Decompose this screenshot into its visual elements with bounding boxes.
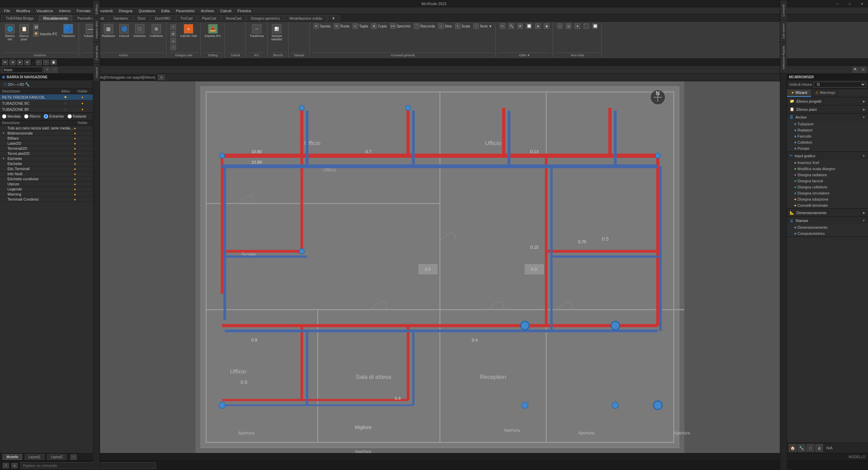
tab-disegno-generico[interactable]: Disegno generico — [246, 15, 284, 21]
browser-item-pompe[interactable]: Pompe — [787, 145, 868, 151]
ribbon-btn-edit1[interactable]: ✏ — [498, 23, 507, 29]
browser-item-fancoils[interactable]: Fancoils — [787, 133, 868, 139]
maximize-button[interactable]: □ — [844, 0, 856, 7]
close-button[interactable]: ✕ — [856, 0, 868, 7]
search-close-btn[interactable]: ✕ — [44, 67, 50, 73]
tab-pipecad[interactable]: PipeCad — [198, 15, 221, 21]
ribbon-btn-raccorda[interactable]: ⌒Raccorda — [413, 23, 436, 29]
browser-item-collettori[interactable]: Collettori — [787, 139, 868, 145]
menu-modifica[interactable]: Modifica — [14, 8, 33, 14]
side-tab-canali-aria[interactable]: Canali aria — [94, 43, 99, 63]
status-tab-layout2[interactable]: Layout2 — [47, 454, 67, 460]
status-tab-layout1[interactable]: Layout1 — [25, 454, 44, 460]
ribbon-btn-edit3[interactable]: ⚙ — [516, 23, 524, 29]
browser-item-radiatori[interactable]: Radiatori — [787, 127, 868, 133]
browser-item-tubazioni[interactable]: Tubazioni — [787, 121, 868, 127]
menu-visualizza[interactable]: Visualizza — [34, 8, 56, 14]
wizard-tab-wizard[interactable]: ★ Wizard — [787, 89, 811, 97]
ribbon-btn-edit6[interactable]: ◆ — [542, 23, 551, 29]
browser-item-connetti-terminale[interactable]: Connetti terminale — [787, 202, 868, 208]
ribbon-btn-vista4[interactable]: ⬛ — [582, 23, 590, 29]
side-tab-edificio[interactable]: Edificio — [94, 2, 99, 17]
ribbon-btn-importa-ifc[interactable]: 📦 Importa IFC — [32, 31, 59, 37]
ribbon-btn-elenco-piani[interactable]: 📋 Elencopiani — [18, 23, 31, 42]
ribbon-btn-ruota[interactable]: ↻Ruota — [333, 23, 351, 29]
ribbon-btn-esporta-ifc[interactable]: 📤 Esporta IFC — [203, 23, 222, 39]
qa-btn-undo[interactable]: ↩ — [36, 60, 42, 65]
tab-sanitario[interactable]: Sanitario — [109, 15, 133, 21]
menu-file[interactable]: File — [1, 8, 13, 14]
search-tool2[interactable]: ⚙ — [860, 67, 866, 73]
ribbon-btn-scala[interactable]: ⤡Scala — [454, 23, 471, 29]
ribbon-btn-vista5[interactable]: ⬜ — [591, 23, 599, 29]
sublayer-termlabel2d[interactable]: TermLabel2D ● — [0, 151, 93, 156]
browser-item-inserisci-xref[interactable]: Inserisci Xref — [787, 160, 868, 166]
ribbon-btn-calcolo-tubi[interactable]: ≡ Calcolo Tubi — [179, 23, 198, 39]
ribbon-btn-sposta[interactable]: ✛Sposta — [312, 23, 332, 29]
menu-formato[interactable]: Formato — [74, 8, 93, 14]
sublayer-label2d[interactable]: Label2D ● — [0, 141, 93, 146]
ribbon-btn-specchio[interactable]: ⟺Specchio — [389, 23, 412, 29]
ribbon-btn-vista1[interactable]: ○ — [556, 23, 564, 29]
qa-btn-redo[interactable]: ↪ — [43, 60, 49, 65]
tab-tmcad[interactable]: TmCad — [176, 15, 197, 21]
browser-item-disegna-circolatore[interactable]: Disegna circolatore — [787, 190, 868, 196]
sublayer-bifilare[interactable]: Bifilare ● — [0, 136, 93, 141]
qa-btn-save[interactable]: 💾 — [51, 60, 57, 65]
search-input[interactable] — [2, 67, 43, 73]
section-header-input-grafico[interactable]: ✏ Input grafico ▼ — [787, 152, 868, 160]
ribbon-btn-stampe-tabellari[interactable]: 📊 Stampetabellari — [270, 23, 284, 42]
section-header-archivi[interactable]: 🗄 Archivi ▼ — [787, 114, 868, 121]
sublayer-etichette[interactable]: Etichette ● — [0, 161, 93, 166]
view-toggle-2d-3d[interactable]: ⬡ 2D<-->3D 🔧 — [2, 81, 31, 87]
ribbon-btn-tubazioni[interactable]: 🔵 Tubazioni — [60, 23, 76, 39]
wizard-tab-warnings[interactable]: ⚠ Warnings — [811, 89, 839, 97]
ribbon-btn-stira[interactable]: ↕Stira — [437, 23, 453, 29]
tab-riscaldamento[interactable]: Riscaldamento — [39, 15, 73, 21]
ribbon-btn-snap3[interactable]: △ — [169, 38, 177, 44]
ribbon-btn-snap4[interactable]: ○ — [169, 44, 177, 50]
qa-btn-1[interactable]: ⏮ — [2, 60, 8, 65]
browser-item-modifica-scala[interactable]: Modifica scala disegno — [787, 166, 868, 172]
side-tab-ostacoli[interactable]: Ostacoli — [94, 65, 99, 81]
menu-archivio[interactable]: Archivio — [198, 8, 217, 14]
sublayer-row-etichette-group[interactable]: ▼ Etichette ● — [0, 156, 93, 161]
sublayer-row-tubi[interactable]: Tubi acc.nero senza sald. serie media...… — [0, 126, 93, 131]
layer-row-tubazione-bf[interactable]: TUBAZIONE BF ☆ ● — [0, 106, 93, 113]
browser-btn-print[interactable]: 🖨 — [815, 444, 823, 452]
status-tab-modello[interactable]: Modello — [3, 454, 22, 460]
ribbon-btn-fancoil[interactable]: 🌀 Fancoil — [118, 23, 131, 39]
ribbon-btn-snap1[interactable]: + — [169, 24, 177, 30]
menu-calcoli[interactable]: Calcoli — [217, 8, 234, 14]
ribbon-btn-trasforma[interactable]: ↔ Trasforma — [249, 23, 265, 39]
browser-item-disegna-tubazione[interactable]: Disegna tubazione — [787, 196, 868, 202]
tab-more[interactable]: ▼ — [327, 15, 340, 21]
sublayer-row-legende[interactable]: Legende ● — [0, 187, 93, 192]
ribbon-btn-elenco-reti[interactable]: 🌐 Elencoreti — [3, 23, 16, 42]
ribbon-btn-edit2[interactable]: 🔧 — [507, 23, 515, 29]
sublayer-row-utenze[interactable]: Utenze ● — [0, 182, 93, 187]
radio-entrambe[interactable]: Entrambe — [44, 114, 64, 119]
tab-ductvmc[interactable]: DuctVMC — [151, 15, 175, 21]
tab-thermal-bridge[interactable]: THERMal Bridge — [1, 15, 38, 21]
ribbon-btn-edit5[interactable]: ◈ — [534, 23, 542, 29]
menu-disegna[interactable]: Disegna — [116, 8, 135, 14]
section-header-elenco-piani[interactable]: 📋 Elenco piani ▶ — [787, 105, 868, 113]
menu-interno[interactable]: Interno — [56, 8, 73, 14]
sublayer-row-warning[interactable]: Warning ● — [0, 192, 93, 197]
menu-finestra[interactable]: Finestra — [235, 8, 254, 14]
ribbon-btn-vista2[interactable]: ◎ — [565, 23, 573, 29]
command-input[interactable] — [20, 462, 156, 469]
ribbon-btn-copia[interactable]: ⧉Copia — [370, 23, 388, 29]
layer-row-tubazione-bc[interactable]: TUBAZIONE BC ☆ ● — [0, 100, 93, 106]
ribbon-btn-taglia[interactable]: ✂Taglia — [351, 23, 369, 29]
side-tab-dati-esterni[interactable]: Dati esterni — [781, 21, 786, 41]
ribbon-btn-vista3[interactable]: ● — [573, 23, 581, 29]
radio-radiante[interactable]: Radiante — [67, 114, 86, 119]
ribbon-btn-serie[interactable]: ⋮Serie ▼ — [472, 23, 493, 29]
ribbon-btn-img1[interactable]: 🖼 — [32, 24, 59, 30]
browser-btn-settings[interactable]: 🔧 — [798, 444, 805, 452]
side-tab-comandi[interactable]: Comandi — [781, 2, 786, 19]
ribbon-btn-generico[interactable]: □ Generico — [132, 23, 147, 39]
cmd-btn-up[interactable]: ▲ — [12, 463, 18, 468]
